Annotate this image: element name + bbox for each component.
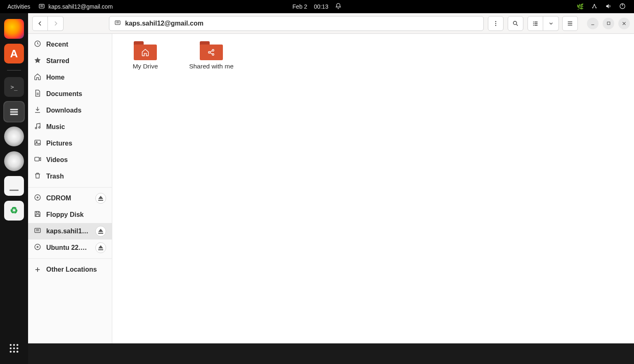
folder-icon [134,41,157,60]
forward-button[interactable] [48,16,64,31]
svg-point-17 [10,351,12,353]
home-icon [34,73,41,82]
celery-icon: 🌿 [577,3,584,10]
clock-area[interactable]: Feb 2 00:13 [293,3,342,11]
sidebar-item-iso[interactable]: Ubuntu 22.0… [28,240,112,256]
svg-point-26 [513,21,517,24]
svg-point-15 [13,348,15,350]
network-icon [591,3,598,11]
svg-rect-48 [35,157,39,161]
dock-app-trash[interactable]: ♻ [3,200,25,221]
search-button[interactable] [508,16,523,31]
close-button[interactable] [618,18,630,29]
svg-rect-52 [36,211,39,213]
svg-point-25 [495,25,497,26]
clock-icon [34,40,41,49]
svg-point-44 [35,127,37,129]
sidebar-item-label: Downloads [46,107,106,114]
star-icon [34,56,41,66]
list-view-button[interactable] [528,16,543,31]
app-menu[interactable]: kaps.sahil12@gmail.com [34,1,117,12]
sidebar-item-trash[interactable]: Trash [28,168,112,185]
sidebar-item-label: Ubuntu 22.0… [46,244,90,251]
svg-line-66 [210,51,213,52]
svg-point-14 [10,348,12,350]
sidebar-item-home[interactable]: Home [28,69,112,86]
svg-point-49 [35,195,40,200]
hamburger-menu-button[interactable] [562,16,578,31]
sidebar-item-floppy[interactable]: Floppy Disk [28,207,112,223]
system-status-area[interactable]: 🌿 [577,3,631,11]
sidebar-item-other-locations[interactable]: Other Locations [28,261,112,278]
svg-rect-53 [36,214,39,216]
places-sidebar: RecentStarredHomeDocumentsDownloadsMusic… [28,34,112,343]
document-icon [34,89,41,99]
dock-app-disc-2[interactable] [3,150,25,172]
path-menu-button[interactable] [488,16,504,31]
sidebar-item-documents[interactable]: Documents [28,86,112,102]
desktop-area [28,343,634,364]
drive-icon [38,3,45,11]
svg-point-16 [17,348,19,350]
svg-point-11 [10,344,12,346]
dock-app-files[interactable] [3,101,25,122]
dock-app-ubuntu-software[interactable]: A [3,43,25,64]
dock-app-text-editor[interactable] [3,175,25,197]
minimize-button[interactable] [587,18,599,29]
eject-button[interactable] [95,226,106,237]
floppy-icon [34,210,41,219]
eject-button[interactable] [95,193,106,204]
svg-line-27 [516,24,518,26]
panel-date: Feb 2 [293,3,308,10]
sidebar-item-label: kaps.sahil12… [46,228,90,235]
svg-line-67 [210,53,213,54]
sidebar-item-starred[interactable]: Starred [28,53,112,69]
svg-rect-8 [10,109,18,110]
sidebar-item-label: Documents [46,90,106,98]
path-bar[interactable]: kaps.sahil12@gmail.com [109,16,484,31]
folder-my-drive[interactable]: My Drive [121,41,170,70]
header-bar: kaps.sahil12@gmail.com [28,13,634,34]
sidebar-item-account[interactable]: kaps.sahil12… [28,223,112,240]
back-button[interactable] [32,16,48,31]
disc-icon [34,194,41,203]
sidebar-item-cdrom[interactable]: CDROM [28,190,112,207]
activities-button[interactable]: Activities [3,2,34,12]
sidebar-item-videos[interactable]: Videos [28,152,112,168]
sidebar-separator [28,258,112,259]
sidebar-item-label: Videos [46,156,106,164]
panel-time: 00:13 [314,3,328,10]
folder-shared[interactable]: Shared with me [187,41,236,70]
dock-app-disc-1[interactable] [3,126,25,147]
gnome-top-panel: Activities kaps.sahil12@gmail.com Feb 2 … [0,0,634,13]
svg-rect-57 [98,233,103,234]
svg-rect-29 [535,21,537,22]
sidebar-item-downloads[interactable]: Downloads [28,102,112,119]
show-applications-button[interactable] [3,338,25,359]
nav-buttons [32,16,64,31]
svg-rect-38 [607,22,610,24]
sidebar-item-music[interactable]: Music [28,119,112,135]
sidebar-item-recent[interactable]: Recent [28,36,112,53]
view-controls [528,16,559,31]
sidebar-item-label: Music [46,123,106,131]
sidebar-item-label: Pictures [46,140,106,147]
maximize-button[interactable] [603,18,614,29]
volume-icon [605,3,612,11]
window-controls [587,18,630,29]
eject-button[interactable] [95,242,106,253]
view-options-button[interactable] [543,16,559,31]
svg-point-24 [495,23,497,24]
sidebar-separator [28,187,112,188]
dock-app-terminal[interactable]: >_ [3,76,25,98]
sidebar-item-label: Trash [46,173,106,180]
drive-icon [34,227,41,236]
sidebar-item-pictures[interactable]: Pictures [28,135,112,152]
dock-app-firefox[interactable] [3,18,25,40]
svg-rect-31 [535,23,537,24]
svg-rect-10 [10,114,18,115]
app-menu-title: kaps.sahil12@gmail.com [48,3,113,10]
icon-view[interactable]: My Drive Shared with me [112,34,634,343]
files-window: kaps.sahil12@gmail.com [28,13,634,343]
svg-point-59 [37,247,38,248]
